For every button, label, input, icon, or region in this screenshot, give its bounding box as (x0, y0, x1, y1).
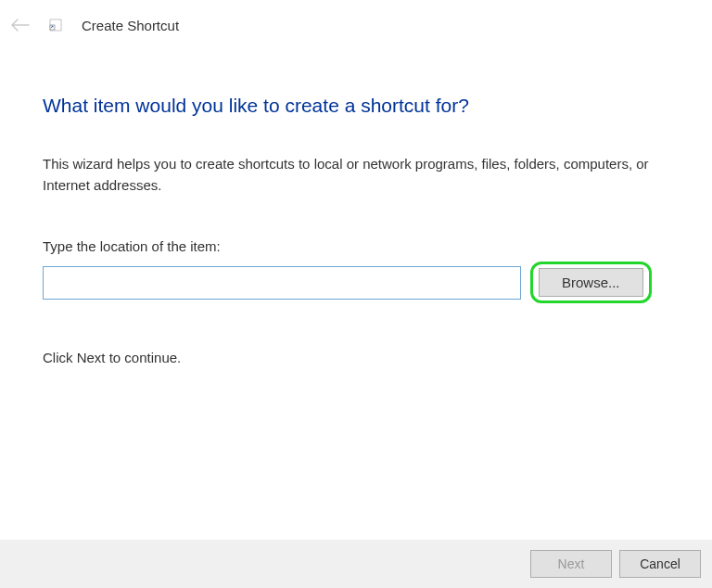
shortcut-icon (48, 18, 63, 32)
location-input[interactable] (43, 266, 521, 300)
location-label: Type the location of the item: (43, 238, 669, 254)
browse-highlight: Browse... (530, 262, 652, 303)
next-button[interactable]: Next (530, 550, 612, 578)
browse-button[interactable]: Browse... (539, 268, 643, 297)
dialog-title: Create Shortcut (82, 18, 179, 33)
page-heading: What item would you like to create a sho… (43, 95, 669, 117)
dialog-footer: Next Cancel (0, 540, 712, 588)
description-text: This wizard helps you to create shortcut… (43, 154, 669, 196)
continue-instruction: Click Next to continue. (43, 350, 669, 365)
back-arrow-icon (9, 14, 32, 36)
cancel-button[interactable]: Cancel (619, 550, 701, 578)
location-input-row: Browse... (43, 262, 669, 303)
dialog-header: Create Shortcut (0, 0, 712, 50)
dialog-content: What item would you like to create a sho… (0, 95, 712, 365)
